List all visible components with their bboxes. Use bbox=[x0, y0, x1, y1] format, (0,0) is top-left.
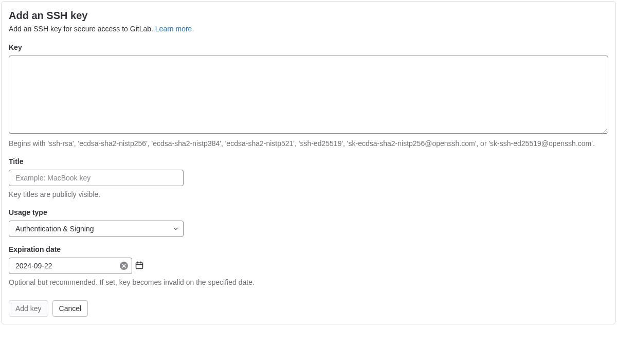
title-input[interactable] bbox=[9, 170, 184, 186]
add-ssh-key-panel: Add an SSH key Add an SSH key for secure… bbox=[1, 1, 616, 324]
button-row: Add key Cancel bbox=[9, 300, 608, 317]
page-heading: Add an SSH key bbox=[9, 10, 608, 22]
description-text: Add an SSH key for secure access to GitL… bbox=[9, 25, 155, 33]
expiration-label: Expiration date bbox=[9, 245, 608, 253]
expiration-field-group: Expiration date Optional but recommended… bbox=[9, 245, 608, 288]
title-label: Title bbox=[9, 157, 608, 166]
title-help-text: Key titles are publicly visible. bbox=[9, 189, 608, 200]
description-suffix: . bbox=[192, 25, 194, 33]
key-field-group: Key Begins with 'ssh-rsa', 'ecdsa-sha2-n… bbox=[9, 43, 608, 149]
key-label: Key bbox=[9, 43, 608, 51]
key-textarea[interactable] bbox=[9, 56, 608, 134]
learn-more-link[interactable]: Learn more bbox=[155, 25, 192, 33]
expiration-help-text: Optional but recommended. If set, key be… bbox=[9, 277, 608, 288]
add-key-button[interactable]: Add key bbox=[9, 300, 48, 317]
close-icon bbox=[122, 264, 126, 268]
usage-type-field-group: Usage type Authentication & Signing bbox=[9, 208, 608, 237]
cancel-button[interactable]: Cancel bbox=[52, 300, 88, 317]
usage-type-select[interactable]: Authentication & Signing bbox=[9, 221, 184, 237]
expiration-date-input[interactable] bbox=[9, 258, 132, 274]
clear-date-button[interactable] bbox=[120, 262, 128, 270]
usage-type-label: Usage type bbox=[9, 208, 608, 216]
calendar-icon[interactable] bbox=[135, 261, 143, 271]
key-help-text: Begins with 'ssh-rsa', 'ecdsa-sha2-nistp… bbox=[9, 138, 608, 149]
svg-rect-0 bbox=[136, 263, 143, 269]
title-field-group: Title Key titles are publicly visible. bbox=[9, 157, 608, 200]
page-description: Add an SSH key for secure access to GitL… bbox=[9, 25, 608, 33]
